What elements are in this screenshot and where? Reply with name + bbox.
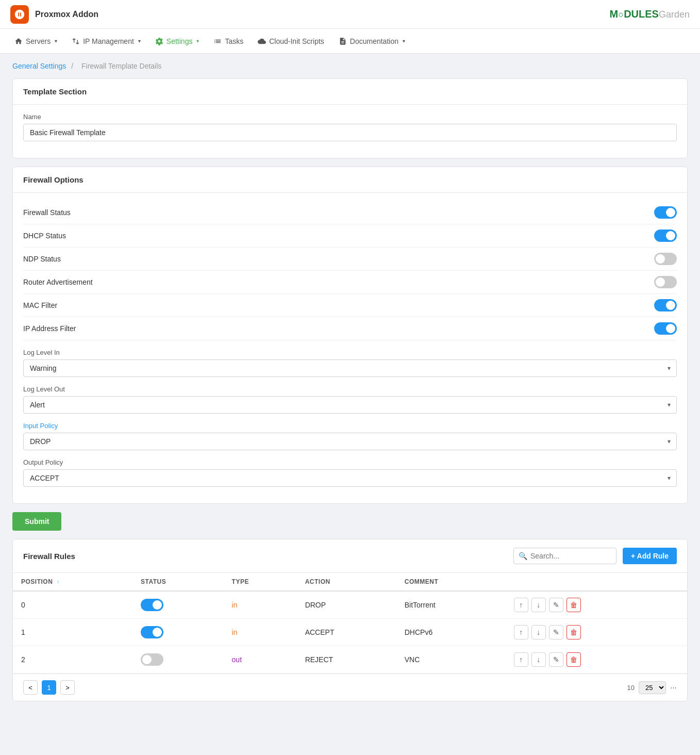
col-actions <box>506 573 687 591</box>
row-action-icons: ↑ ↓ ✎ 🗑 <box>514 652 679 667</box>
rules-table: POSITION ↑ STATUS TYPE ACTION <box>13 573 687 674</box>
breadcrumb-current: Firewall Template Details <box>81 62 161 70</box>
nav-item-documentation[interactable]: Documentation ▾ <box>332 33 411 50</box>
move-down-button[interactable]: ↓ <box>531 598 546 612</box>
move-down-button[interactable]: ↓ <box>531 652 546 667</box>
prev-page-button[interactable]: < <box>23 680 38 695</box>
nav-item-cloud-init[interactable]: Cloud-Init Scripts <box>252 33 330 50</box>
toggle-label-dhcp-status: DHCP Status <box>23 232 66 240</box>
toggle-label-firewall-status: Firewall Status <box>23 208 71 217</box>
nav-item-servers[interactable]: Servers ▾ <box>8 33 63 50</box>
move-up-button[interactable]: ↑ <box>514 598 528 612</box>
log-level-in-group: Log Level In Warning nolog emerg alert c… <box>23 349 677 377</box>
nav-label-documentation: Documentation <box>350 37 398 45</box>
cell-position: 1 <box>13 619 132 646</box>
name-input[interactable] <box>23 124 677 141</box>
input-policy-select[interactable]: DROP ACCEPT REJECT <box>23 433 677 450</box>
toggle-ndp-status[interactable] <box>654 253 677 265</box>
col-status: STATUS <box>132 573 224 591</box>
next-page-button[interactable]: > <box>60 680 75 695</box>
toggle-dhcp-status[interactable] <box>654 229 677 242</box>
cell-type: in <box>224 591 297 619</box>
output-policy-select[interactable]: ACCEPT DROP REJECT <box>23 469 677 487</box>
chevron-down-icon: ▾ <box>55 38 57 44</box>
nav-item-ip-management[interactable]: IP Management ▾ <box>65 33 147 50</box>
name-label: Name <box>23 113 677 121</box>
toggle-row-router-advertisement: Router Advertisement <box>23 271 677 294</box>
name-field-group: Name <box>23 113 677 141</box>
log-level-in-select[interactable]: Warning nolog emerg alert crit err notic… <box>23 359 677 377</box>
toggle-mac-filter[interactable] <box>654 299 677 311</box>
toggle-slider <box>654 299 677 311</box>
input-policy-label: Input Policy <box>23 422 677 430</box>
toggle-label-mac-filter: MAC Filter <box>23 301 57 309</box>
main-content: Template Section Name Firewall Options F… <box>0 78 700 722</box>
edit-button[interactable]: ✎ <box>549 652 563 667</box>
firewall-rules-card: Firewall Rules 🔍 + Add Rule POSITION ↑ <box>12 539 688 701</box>
rules-controls: 🔍 + Add Rule <box>513 548 677 564</box>
cell-status <box>132 619 224 646</box>
page-size-select[interactable]: 25 10 50 <box>639 681 666 694</box>
toggle-label-ip-address-filter: IP Address Filter <box>23 324 76 333</box>
toggle-row-status-1[interactable] <box>141 626 163 638</box>
input-policy-group: Input Policy DROP ACCEPT REJECT ▾ <box>23 422 677 450</box>
edit-button[interactable]: ✎ <box>549 625 563 639</box>
toggle-ip-address-filter[interactable] <box>654 322 677 335</box>
move-up-button[interactable]: ↑ <box>514 652 528 667</box>
delete-button[interactable]: 🗑 <box>566 652 581 667</box>
table-row: 2 out REJECT VNC ↑ <box>13 646 687 674</box>
cell-row-actions: ↑ ↓ ✎ 🗑 <box>506 591 687 619</box>
output-policy-group: Output Policy ACCEPT DROP REJECT ▾ <box>23 458 677 487</box>
toggle-row-firewall-status: Firewall Status <box>23 201 677 224</box>
cell-action: DROP <box>297 591 396 619</box>
header: Proxmox Addon M○DULESGarden <box>0 0 700 29</box>
toggle-row-mac-filter: MAC Filter <box>23 294 677 317</box>
firewall-options-title: Firewall Options <box>13 167 687 193</box>
cell-position: 0 <box>13 591 132 619</box>
toggle-row-status-2[interactable] <box>141 653 163 666</box>
submit-button[interactable]: Submit <box>12 512 61 531</box>
toggle-router-advertisement[interactable] <box>654 276 677 288</box>
toggle-slider <box>654 229 677 242</box>
toggle-label-router-advertisement: Router Advertisement <box>23 278 93 286</box>
nav-item-settings[interactable]: Settings ▾ <box>149 33 206 50</box>
log-level-out-select[interactable]: Alert nolog emerg crit err warning notic… <box>23 396 677 414</box>
delete-button[interactable]: 🗑 <box>566 598 581 612</box>
cell-action: ACCEPT <box>297 619 396 646</box>
move-up-button[interactable]: ↑ <box>514 625 528 639</box>
nav-item-tasks[interactable]: Tasks <box>207 33 249 50</box>
row-action-icons: ↑ ↓ ✎ 🗑 <box>514 625 679 639</box>
edit-button[interactable]: ✎ <box>549 598 563 612</box>
move-down-button[interactable]: ↓ <box>531 625 546 639</box>
log-level-out-select-wrap: Alert nolog emerg crit err warning notic… <box>23 396 677 414</box>
nav-label-tasks: Tasks <box>225 37 243 45</box>
nav-label-ip: IP Management <box>83 37 134 45</box>
search-wrap: 🔍 <box>513 548 616 564</box>
rules-header: Firewall Rules 🔍 + Add Rule <box>13 539 687 573</box>
search-icon: 🔍 <box>519 552 527 560</box>
page-size-controls: 10 25 10 50 ⋯ <box>627 681 677 694</box>
table-header: POSITION ↑ STATUS TYPE ACTION <box>13 573 687 591</box>
app-logo <box>10 5 29 24</box>
breadcrumb-parent[interactable]: General Settings <box>12 62 66 70</box>
firewall-options-form: Firewall Status DHCP Status NDP Status <box>13 193 687 503</box>
col-type: TYPE <box>224 573 297 591</box>
page-size-label: 10 <box>627 684 635 692</box>
delete-button[interactable]: 🗑 <box>566 625 581 639</box>
toggle-row-ndp-status: NDP Status <box>23 248 677 271</box>
add-rule-button[interactable]: + Add Rule <box>623 548 677 564</box>
current-page-button[interactable]: 1 <box>42 680 56 695</box>
main-nav: Servers ▾ IP Management ▾ Settings ▾ Tas… <box>0 29 700 54</box>
col-position: POSITION ↑ <box>13 573 132 591</box>
log-level-in-label: Log Level In <box>23 349 677 356</box>
breadcrumb: General Settings / Firewall Template Det… <box>0 54 700 78</box>
log-level-out-group: Log Level Out Alert nolog emerg crit err… <box>23 385 677 414</box>
page-nav: < 1 > <box>23 680 75 695</box>
chevron-down-icon: ▾ <box>138 38 141 44</box>
table-row: 0 in DROP BitTorrent ↑ <box>13 591 687 619</box>
search-input[interactable] <box>513 548 616 564</box>
col-comment: COMMENT <box>396 573 506 591</box>
header-left: Proxmox Addon <box>10 5 98 24</box>
toggle-firewall-status[interactable] <box>654 206 677 219</box>
toggle-row-status-0[interactable] <box>141 599 163 611</box>
